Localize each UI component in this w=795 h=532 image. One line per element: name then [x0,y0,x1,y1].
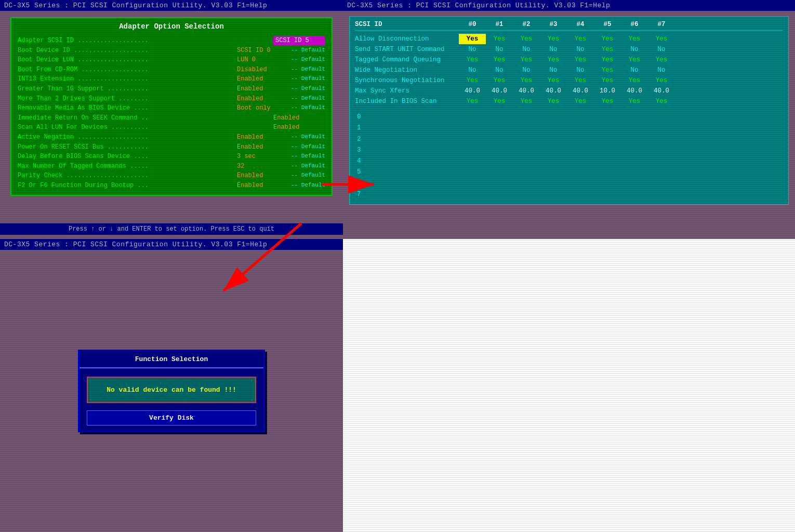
adapter-row-label: Active Negation ................... [18,132,237,142]
adapter-row-label: Immediate Return On SEEK Command .. [18,113,273,123]
adapter-row-default: -- Default [291,152,325,162]
scsi-cell: Yes [621,55,648,65]
adapter-row-label: Boot Device ID .................... [18,46,237,56]
scsi-data-row: Send START UNIT CommandNoNoNoNoNoYesNoNo [355,44,783,55]
error-text: No valid device can be found !!! [94,386,249,394]
adapter-row-default: -- Default [291,171,325,181]
adapter-row-value: Enabled [237,84,289,94]
scsi-cell: Yes [540,34,567,44]
adapter-row: Immediate Return On SEEK Command ..Enabl… [18,113,325,123]
scsi-cell: Yes [621,96,648,107]
scsi-cell: Yes [567,55,594,65]
scsi-cell: 40.0 [648,86,675,96]
adapter-row-value: Boot only [237,103,289,113]
scsi-row-label: Tagged Command Queuing [355,55,459,65]
title-bar-top-left: DC-3X5 Series : PCI SCSI Configuration U… [0,0,343,11]
scsi-number: 0 [357,112,783,123]
scsi-col-header: #3 [540,21,567,28]
error-box: No valid device can be found !!! [87,377,256,403]
scsi-cell: No [540,65,567,75]
adapter-row-value: Enabled [237,142,289,152]
scsi-cell: Yes [594,44,621,55]
adapter-row: Boot From CD-ROM ..................Disab… [18,65,325,75]
scsi-col-header: #6 [621,21,648,28]
scsi-col-header: #1 [486,21,513,28]
scsi-cell: 40.0 [621,86,648,96]
scsi-cell: Yes [486,96,513,107]
scsi-cell: Yes [621,34,648,44]
scsi-cell: Yes [459,34,486,44]
adapter-row: INT13 Extension ...................Enabl… [18,74,325,84]
scsi-cell: No [648,44,675,55]
scsi-data-row: Synchronous NegotiationYesYesYesYesYesYe… [355,75,783,86]
scsi-col-header: #7 [648,21,675,28]
adapter-rows: Adapter SCSI ID ...................SCSI … [18,36,325,191]
scsi-cell: No [513,65,540,75]
adapter-row-value: Disabled [237,65,289,75]
adapter-row-default: -- Default [291,132,325,142]
scsi-col-header: #0 [459,21,486,28]
adapter-row-value: Enabled [273,123,325,132]
adapter-row: Delay Before BIOS Scans Device ....3 sec… [18,152,325,162]
scsi-cell: Yes [648,75,675,86]
adapter-row-value: SCSI ID 0 [237,46,289,56]
verify-disk-button[interactable]: Verify Disk [87,410,256,425]
scsi-cell: Yes [540,75,567,86]
adapter-row-value: SCSI ID 5 [273,36,325,46]
scsi-cell: Yes [459,55,486,65]
adapter-row: Max Number Of Tagged Commands .....32 --… [18,162,325,171]
adapter-row-label: Max Number Of Tagged Commands ..... [18,162,237,171]
scsi-cell: Yes [486,75,513,86]
scsi-col-headers: #0#1#2#3#4#5#6#7 [459,21,675,28]
adapter-row-label: Boot From CD-ROM .................. [18,65,237,75]
adapter-row: Greater Than 1G Support ...........Enabl… [18,84,325,94]
adapter-row: Power On RESET SCSI Bus ...........Enabl… [18,142,325,152]
scsi-cell: No [459,44,486,55]
scsi-cell: No [486,65,513,75]
adapter-row-value: Enabled [237,181,289,191]
scsi-number: 7 [357,189,783,200]
adapter-row: Adapter SCSI ID ...................SCSI … [18,36,325,46]
adapter-row-default: -- Default [291,55,325,65]
adapter-row-default: -- Default [291,65,325,75]
panel-bottom-left: DC-3X5 Series : PCI SCSI Configuration U… [0,239,343,532]
scsi-number: 4 [357,156,783,167]
scsi-cell: Yes [459,75,486,86]
adapter-row: Boot Device ID ....................SCSI … [18,46,325,56]
scsi-cell: Yes [567,96,594,107]
adapter-row-value: Enabled [273,113,325,123]
adapter-row-label: Greater Than 1G Support ........... [18,84,237,94]
adapter-row-default: -- Default [291,181,325,191]
scsi-cell: Yes [567,75,594,86]
scsi-cell: Yes [648,34,675,44]
adapter-row: Removable Media As BIOS Device ....Boot … [18,103,325,113]
adapter-row-value: Enabled [237,94,289,104]
scsi-cell: 40.0 [486,86,513,96]
scsi-cell: 40.0 [540,86,567,96]
scsi-cell: Yes [594,55,621,65]
scsi-cell: Yes [594,65,621,75]
function-selection-title: Function Selection [80,351,263,368]
scsi-cell: Yes [540,96,567,107]
adapter-row-label: Parity Check ...................... [18,171,237,181]
adapter-row: Active Negation ...................Enabl… [18,132,325,142]
scsi-cell: Yes [648,55,675,65]
adapter-row-label: INT13 Extension ................... [18,74,237,84]
adapter-row-label: Delay Before BIOS Scans Device .... [18,152,237,162]
scsi-number: 3 [357,145,783,156]
scsi-numbers: 01234567 [355,112,783,200]
adapter-row-value: Enabled [237,74,289,84]
panel-top-right: DC-3X5 Series : PCI SCSI Configuration U… [343,0,795,239]
scsi-cell: 40.0 [567,86,594,96]
scsi-cell: Yes [621,75,648,86]
scsi-cell: Yes [486,55,513,65]
scsi-cell: No [540,44,567,55]
adapter-row-default: -- Default [291,94,325,104]
scsi-cell: No [621,44,648,55]
adapter-row-label: More Than 2 Drives Support ........ [18,94,237,104]
scsi-number: 5 [357,167,783,178]
scsi-cell: Yes [540,55,567,65]
scsi-row-label: Wide Negotiation [355,65,459,75]
scsi-row-label: Send START UNIT Command [355,44,459,55]
scsi-id-label: SCSI ID [355,21,459,28]
